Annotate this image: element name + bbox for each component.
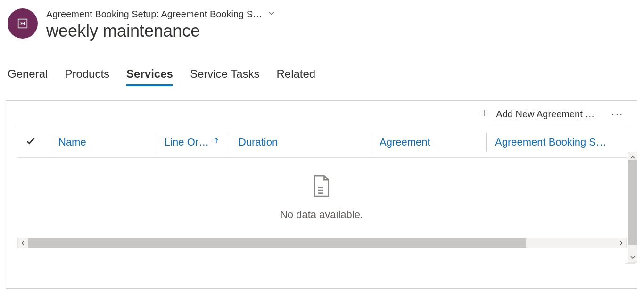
tab-related[interactable]: Related <box>276 67 315 86</box>
column-label: Agreement <box>380 136 430 148</box>
add-new-agreement-button[interactable]: Add New Agreement … <box>480 108 594 120</box>
breadcrumb[interactable]: Agreement Booking Setup: Agreement Booki… <box>46 8 276 20</box>
services-panel: Add New Agreement … ··· Name Line Or… <box>6 100 637 289</box>
scroll-down-icon[interactable] <box>630 253 635 261</box>
tab-products[interactable]: Products <box>65 67 109 86</box>
vertical-scrollbar[interactable] <box>628 152 637 263</box>
scroll-thumb[interactable] <box>628 160 637 245</box>
plus-icon <box>480 108 489 120</box>
column-header-agreement-booking-setup[interactable]: Agreement Booking S… <box>492 136 612 148</box>
subgrid-toolbar: Add New Agreement … ··· <box>6 101 637 124</box>
sort-ascending-icon <box>213 136 220 148</box>
more-commands-button[interactable]: ··· <box>611 109 624 120</box>
entity-icon <box>8 8 38 39</box>
column-header-duration[interactable]: Duration <box>236 136 365 148</box>
tab-general[interactable]: General <box>8 67 48 86</box>
tab-services[interactable]: Services <box>126 67 173 86</box>
column-label: Name <box>58 136 86 148</box>
page-title: weekly maintenance <box>46 21 276 41</box>
column-label: Agreement Booking S… <box>495 136 606 148</box>
document-icon <box>311 174 332 200</box>
horizontal-scrollbar[interactable] <box>17 238 627 248</box>
column-divider <box>371 133 371 152</box>
add-new-label: Add New Agreement … <box>496 109 594 120</box>
check-icon <box>25 136 36 149</box>
column-divider <box>486 133 487 152</box>
breadcrumb-text: Agreement Booking Setup: Agreement Booki… <box>46 9 262 20</box>
scroll-thumb[interactable] <box>28 238 526 248</box>
tab-bar: General Products Services Service Tasks … <box>0 67 644 86</box>
vertical-scrollbar[interactable] <box>625 263 635 264</box>
record-header: Agreement Booking Setup: Agreement Booki… <box>0 0 644 41</box>
select-all-checkbox[interactable] <box>17 136 44 149</box>
subgrid-header: Name Line Or… Duration Agreement <box>17 127 627 158</box>
scroll-right-icon[interactable] <box>617 238 626 248</box>
column-header-agreement[interactable]: Agreement <box>377 136 480 148</box>
column-divider <box>230 133 230 152</box>
column-divider <box>50 133 50 152</box>
column-label: Line Or… <box>165 136 209 148</box>
empty-grid-state: No data available. <box>6 158 637 235</box>
chevron-down-icon[interactable] <box>267 8 276 20</box>
column-header-name[interactable]: Name <box>56 136 150 148</box>
column-label: Duration <box>239 136 278 148</box>
column-divider <box>156 133 156 152</box>
column-header-line-order[interactable]: Line Or… <box>162 136 224 148</box>
empty-message: No data available. <box>280 209 363 221</box>
tab-service-tasks[interactable]: Service Tasks <box>190 67 260 86</box>
scroll-left-icon[interactable] <box>18 238 27 248</box>
